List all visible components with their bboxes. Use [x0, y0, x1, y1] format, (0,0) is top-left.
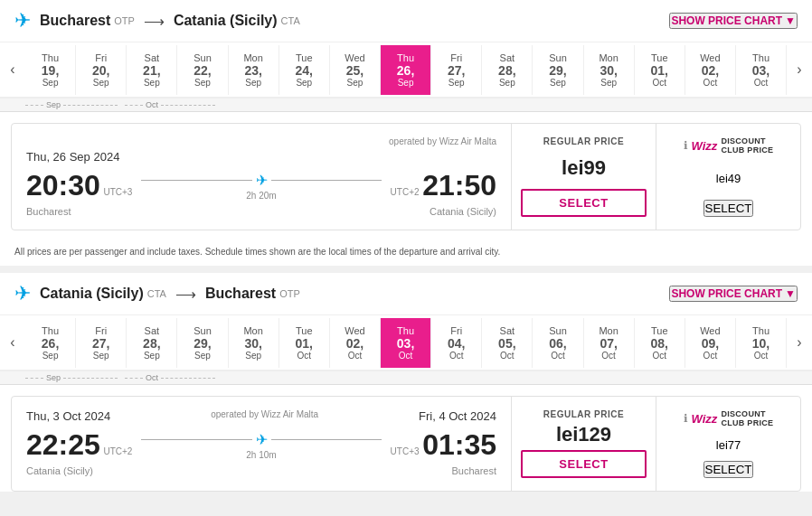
route2-show-price-btn[interactable]: SHOW PRICE CHART ▼: [669, 286, 798, 302]
route2-dep-time: 22:25: [26, 428, 100, 461]
date-item[interactable]: Sun22,Sep: [177, 45, 228, 95]
route1-duration: 2h 20m: [246, 191, 276, 201]
route1-flight-date: Thu, 26 Sep 2024: [26, 150, 496, 164]
route2-dep-block: 22:25 UTC+2: [26, 428, 132, 462]
info-icon-r2[interactable]: ℹ: [684, 412, 688, 425]
month-label: Sep: [25, 373, 118, 382]
route2-duration: 2h 10m: [246, 450, 276, 460]
date-item[interactable]: Tue24,Sep: [279, 45, 330, 95]
chevron-down-icon-r2: ▼: [785, 287, 796, 300]
route1-wizz-price-col: ℹ Wizz DISCOUNT CLUB PRICE lei49 SELECT: [656, 124, 800, 230]
route2-wizz-select-btn[interactable]: SELECT: [703, 461, 754, 478]
date-item[interactable]: Fri20,Sep: [76, 45, 127, 95]
date-item[interactable]: Sun29,Sep: [533, 45, 583, 95]
route1-header: ✈ Bucharest OTP ⟶ Catania (Sicily) CTA S…: [0, 0, 812, 42]
date-item[interactable]: Fri27,Sep: [76, 318, 127, 368]
route2-wizz-header: ℹ Wizz DISCOUNT CLUB PRICE: [684, 409, 774, 427]
route1-wizz-club-price: CLUB PRICE: [721, 145, 773, 155]
route1-dest-code: CTA: [281, 15, 300, 26]
date-item[interactable]: Mon23,Sep: [229, 45, 279, 95]
route1-section: ✈ Bucharest OTP ⟶ Catania (Sicily) CTA S…: [0, 0, 812, 266]
date-item[interactable]: Fri04,Oct: [431, 318, 482, 368]
route1-arrow: ⟶: [144, 13, 165, 30]
date-item[interactable]: Sun29,Sep: [177, 318, 228, 368]
route1-flight-card: operated by Wizz Air Malta Thu, 26 Sep 2…: [11, 123, 801, 230]
route2-regular-select-btn[interactable]: SELECT: [521, 450, 647, 478]
route1-regular-price-value: lei99: [562, 156, 606, 180]
route1-flight-info: operated by Wizz Air Malta Thu, 26 Sep 2…: [12, 124, 511, 230]
date-item[interactable]: Thu19,Sep: [25, 45, 76, 95]
date-item[interactable]: Wed02,Oct: [685, 45, 736, 95]
month-label: Oct: [125, 373, 215, 382]
date-item[interactable]: Thu03,Oct: [381, 318, 431, 368]
route1-origin: Bucharest: [40, 13, 110, 29]
month-label: Sep: [25, 100, 118, 109]
date-item[interactable]: Wed02,Oct: [330, 318, 381, 368]
route2-arr-time: 01:35: [422, 428, 496, 461]
date-item[interactable]: Thu10,Oct: [736, 318, 787, 368]
route2-dates: Thu26,SepFri27,SepSat28,SepSun29,SepMon3…: [25, 318, 787, 368]
route1-dates: Thu19,SepFri20,SepSat21,SepSun22,SepMon2…: [25, 45, 787, 95]
footer-note: All prices are per passenger and include…: [0, 241, 812, 266]
route1-regular-price-col: REGULAR PRICE lei99 SELECT: [511, 124, 656, 230]
chevron-down-icon: ▼: [785, 14, 796, 27]
date-item[interactable]: Tue08,Oct: [635, 318, 685, 368]
route1-dep-city: Bucharest: [26, 206, 71, 217]
date-item[interactable]: Sun06,Oct: [533, 318, 583, 368]
date-item[interactable]: Tue01,Oct: [635, 45, 685, 95]
route2-date-carousel: ‹ Thu26,SepFri27,SepSat28,SepSun29,SepMo…: [0, 315, 812, 371]
route2-wizz-club-price: CLUB PRICE: [721, 418, 773, 427]
route1-destination: Catania (Sicily): [174, 13, 278, 29]
date-item[interactable]: Mon30,Sep: [229, 318, 279, 368]
date-item[interactable]: Mon30,Sep: [584, 45, 635, 95]
route2-arrow: ⟶: [175, 286, 196, 303]
route2-flight-line: ✈ 2h 10m: [141, 431, 381, 460]
route2-regular-price-label: REGULAR PRICE: [543, 409, 624, 419]
plane-mid-icon-r1: ✈: [256, 172, 268, 189]
route1-wizz-select-btn[interactable]: SELECT: [703, 200, 754, 217]
date-item[interactable]: Tue01,Oct: [279, 318, 330, 368]
date-item[interactable]: Wed25,Sep: [330, 45, 381, 95]
route2-flight-info: Thu, 3 Oct 2024 operated by Wizz Air Mal…: [12, 397, 511, 491]
route1-prev-arrow[interactable]: ‹: [0, 42, 25, 97]
date-item[interactable]: Sat28,Sep: [482, 45, 533, 95]
plane-mid-icon-r2: ✈: [256, 431, 268, 448]
route1-regular-select-btn[interactable]: SELECT: [521, 189, 647, 217]
date-item[interactable]: Thu03,Oct: [736, 45, 787, 95]
date-item[interactable]: Sat28,Sep: [127, 318, 177, 368]
info-icon-r1[interactable]: ℹ: [684, 139, 688, 152]
date-item[interactable]: Sat21,Sep: [127, 45, 177, 95]
route1-wizz-discount: DISCOUNT: [721, 136, 773, 145]
route1-arr-utc: UTC+2: [391, 187, 420, 197]
route2-arr-utc: UTC+3: [391, 446, 420, 456]
route2-wizz-discount: DISCOUNT: [721, 409, 773, 418]
route1-date-carousel: ‹ Thu19,SepFri20,SepSat21,SepSun22,SepMo…: [0, 42, 812, 99]
date-item[interactable]: Thu26,Sep: [381, 45, 431, 95]
date-item[interactable]: Mon07,Oct: [584, 318, 635, 368]
route1-wizz-price-value: lei49: [716, 172, 741, 185]
route2-times-row: 22:25 UTC+2 ✈ 2h 10m UTC+3 01:35: [26, 428, 496, 462]
route1-arr-block: UTC+2 21:50: [391, 169, 496, 202]
plane-icon-route1: ✈: [14, 9, 31, 33]
route1-arr-city: Catania (Sicily): [430, 206, 496, 217]
route2-prev-arrow[interactable]: ‹: [0, 315, 25, 370]
route1-wizz-logo: Wizz: [692, 139, 718, 153]
route2-wizz-logo: Wizz: [692, 412, 718, 426]
date-item[interactable]: Fri27,Sep: [431, 45, 482, 95]
route1-dep-block: 20:30 UTC+3: [26, 169, 132, 202]
route2-arr-date: Fri, 4 Oct 2024: [419, 409, 496, 423]
route2-wizz-price-value: lei77: [716, 438, 741, 452]
route2-next-arrow[interactable]: ›: [787, 315, 812, 370]
route1-dep-time: 20:30: [26, 169, 100, 202]
route2-dep-city: Catania (Sicily): [26, 465, 93, 476]
route2-operated-by: operated by Wizz Air Malta: [211, 409, 318, 419]
date-item[interactable]: Sat05,Oct: [482, 318, 533, 368]
plane-icon-route2: ✈: [14, 282, 31, 305]
route2-destination: Bucharest: [205, 286, 276, 302]
date-item[interactable]: Thu26,Sep: [25, 318, 76, 368]
route2-origin-code: CTA: [147, 288, 166, 299]
route1-next-arrow[interactable]: ›: [787, 42, 812, 97]
route1-operated-by: operated by Wizz Air Malta: [26, 136, 496, 146]
route1-show-price-btn[interactable]: SHOW PRICE CHART ▼: [669, 13, 798, 29]
date-item[interactable]: Wed09,Oct: [685, 318, 736, 368]
